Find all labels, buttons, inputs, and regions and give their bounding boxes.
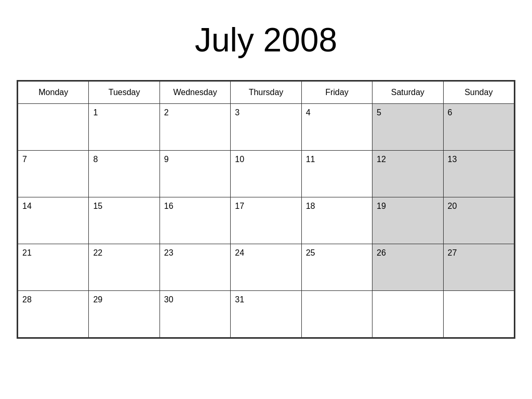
day-cell-17-2-3: 17	[231, 197, 301, 244]
day-cell-6-0-6: 6	[443, 104, 514, 151]
week-row-2: 78910111213	[18, 151, 514, 197]
day-cell-10-1-3: 10	[231, 151, 301, 197]
day-cell-22-3-1: 22	[89, 244, 159, 291]
day-cell-18-2-4: 18	[301, 197, 372, 244]
day-cell-12-1-5: 12	[373, 151, 443, 197]
header-friday: Friday	[301, 82, 372, 104]
day-cell-16-2-2: 16	[159, 197, 230, 244]
day-cell-empty-4-6	[443, 291, 514, 338]
day-cell-9-1-2: 9	[159, 151, 230, 197]
day-cell-13-1-6: 13	[443, 151, 514, 197]
week-row-3: 14151617181920	[18, 197, 514, 244]
day-cell-empty-4-4	[301, 291, 372, 338]
week-row-4: 21222324252627	[18, 244, 514, 291]
day-cell-30-4-2: 30	[159, 291, 230, 338]
day-cell-29-4-1: 29	[89, 291, 159, 338]
day-cell-26-3-5: 26	[373, 244, 443, 291]
day-cell-15-2-1: 15	[89, 197, 159, 244]
week-row-1: 123456	[18, 104, 514, 151]
day-cell-1-0-1: 1	[89, 104, 159, 151]
day-cell-31-4-3: 31	[231, 291, 301, 338]
day-cell-14-2-0: 14	[18, 197, 89, 244]
header-monday: Monday	[18, 82, 89, 104]
day-cell-2-0-2: 2	[159, 104, 230, 151]
day-cell-24-3-3: 24	[231, 244, 301, 291]
day-cell-27-3-6: 27	[443, 244, 514, 291]
day-cell-25-3-4: 25	[301, 244, 372, 291]
header-thursday: Thursday	[231, 82, 301, 104]
week-row-5: 28293031	[18, 291, 514, 338]
header-wednesday: Wednesday	[159, 82, 230, 104]
day-cell-21-3-0: 21	[18, 244, 89, 291]
day-cell-28-4-0: 28	[18, 291, 89, 338]
day-headers-row: MondayTuesdayWednesdayThursdayFridaySatu…	[18, 82, 514, 104]
calendar-header: MondayTuesdayWednesdayThursdayFridaySatu…	[18, 82, 514, 104]
header-tuesday: Tuesday	[89, 82, 159, 104]
header-sunday: Sunday	[443, 82, 514, 104]
day-cell-empty-4-5	[373, 291, 443, 338]
header-saturday: Saturday	[373, 82, 443, 104]
page-title: July 2008	[195, 21, 337, 59]
day-cell-20-2-6: 20	[443, 197, 514, 244]
day-cell-3-0-3: 3	[231, 104, 301, 151]
day-cell-8-1-1: 8	[89, 151, 159, 197]
calendar-table: MondayTuesdayWednesdayThursdayFridaySatu…	[18, 81, 514, 338]
day-cell-23-3-2: 23	[159, 244, 230, 291]
day-cell-5-0-5: 5	[373, 104, 443, 151]
day-cell-7-1-0: 7	[18, 151, 89, 197]
calendar-body: 1234567891011121314151617181920212223242…	[18, 104, 514, 338]
day-cell-4-0-4: 4	[301, 104, 372, 151]
day-cell-19-2-5: 19	[373, 197, 443, 244]
calendar-container: MondayTuesdayWednesdayThursdayFridaySatu…	[17, 80, 515, 339]
day-cell-11-1-4: 11	[301, 151, 372, 197]
day-cell-empty-0-0	[18, 104, 89, 151]
